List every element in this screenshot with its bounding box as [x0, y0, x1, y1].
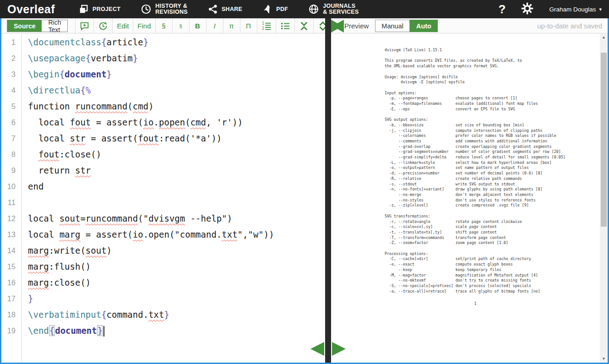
line-number: 12	[1, 211, 21, 227]
line-number: 1	[1, 34, 21, 50]
code-line[interactable]: \documentclass{article}	[28, 34, 325, 50]
code-column[interactable]: \documentclass{article}\usepackage{verba…	[22, 34, 325, 363]
comment-plus-icon	[80, 21, 89, 31]
line-number: 13	[1, 227, 21, 243]
gutter-column: 12345678910111213141516171819	[1, 34, 22, 363]
scrollbar-down-arrow[interactable]: ▼	[600, 356, 608, 362]
line-number: 9	[1, 163, 21, 179]
code-line[interactable]: local sout=runcommand("dvisvgm --help")	[28, 211, 325, 227]
nav-history-revisions[interactable]: HISTORY & REVISIONS	[141, 3, 188, 15]
code-line[interactable]: marg:flush()	[28, 259, 325, 275]
preview-scrollbar[interactable]: ▲ ▼	[600, 34, 608, 363]
unfold-less-button[interactable]	[295, 18, 314, 33]
window-border-left	[0, 18, 1, 364]
source-editor[interactable]: 12345678910111213141516171819 \documentc…	[1, 34, 325, 363]
nav-share[interactable]: SHARE	[208, 4, 242, 14]
section-button[interactable]: §	[156, 18, 173, 33]
user-menu[interactable]: Graham Douglas ▾	[549, 6, 602, 13]
auto-compile-button[interactable]: Auto	[410, 20, 438, 32]
nav-project-label: PROJECT	[92, 6, 120, 12]
line-number: 7	[1, 130, 21, 147]
history-clock-icon	[98, 21, 108, 31]
inline-math-button[interactable]: π	[223, 18, 240, 33]
pdf-preview-pane: dvisvgm (TeX Live) 1.15.1 This program c…	[331, 34, 608, 363]
code-line[interactable]: function runcommand(cmd)	[28, 98, 325, 114]
edit-menu-button[interactable]: Edit	[113, 18, 133, 33]
line-number: 2	[1, 50, 21, 66]
collapse-icon	[299, 21, 309, 31]
nav-project[interactable]: PROJECT	[79, 4, 120, 14]
code-line[interactable]: return str	[28, 163, 325, 179]
line-number: 4	[1, 82, 21, 98]
expand-preview-arrow-bottom[interactable]	[332, 342, 346, 356]
add-comment-button[interactable]	[76, 18, 94, 33]
pdf-page-number: 1	[385, 301, 566, 306]
nav-pdf[interactable]: PDF	[262, 4, 288, 14]
project-icon	[79, 4, 89, 14]
code-line[interactable]: end	[28, 179, 325, 195]
svg-text:2: 2	[261, 26, 264, 31]
editor-button-strip: Edit Find § § B I π Π 12	[75, 18, 332, 33]
bold-button[interactable]: B	[190, 18, 207, 33]
line-number: 11	[1, 195, 21, 211]
subsection-button[interactable]: §	[173, 18, 190, 33]
nav-right-cluster: ? Graham Douglas ▾	[499, 2, 602, 16]
pdf-icon	[262, 4, 272, 14]
text-cursor	[103, 326, 104, 337]
collapse-editor-arrow-bottom[interactable]	[310, 342, 324, 356]
code-line[interactable]: \verbatiminput{command.txt}	[28, 307, 325, 323]
globe-icon	[308, 4, 319, 15]
line-number: 10	[1, 179, 21, 195]
scrollbar-thumb[interactable]	[601, 53, 607, 227]
share-icon	[208, 4, 218, 14]
nav-history-label: HISTORY & REVISIONS	[155, 3, 188, 15]
overleaf-logo[interactable]: Overleaf	[7, 3, 55, 16]
code-line[interactable]: local marg = assert(io.open("command.txt…	[28, 227, 325, 243]
code-line[interactable]: \usepackage{verbatim}	[28, 50, 325, 66]
editor-toolbar: Source Rich Text Edit Find § § B I π Π	[1, 18, 325, 33]
line-number: 17	[1, 291, 21, 307]
nav-journals-label: JOURNALS & SERVICES	[323, 3, 359, 15]
code-line[interactable]: fout:close()	[28, 147, 325, 163]
code-line[interactable]: }	[28, 291, 325, 307]
code-line[interactable]: marg:write(sout)	[28, 243, 325, 259]
overleaf-app: Overleaf PROJECT HISTORY & REVISIONS SHA…	[0, 0, 609, 364]
expand-preview-arrow[interactable]	[331, 20, 343, 33]
manual-compile-button[interactable]: Manual	[375, 20, 410, 32]
line-number: 8	[1, 147, 21, 163]
line-number: 16	[1, 275, 21, 291]
save-status: up-to-date and saved	[537, 22, 608, 30]
track-changes-button[interactable]	[94, 18, 113, 33]
gear-icon[interactable]	[521, 2, 533, 16]
bullet-list-button[interactable]	[276, 18, 295, 33]
pane-divider[interactable]	[325, 18, 331, 364]
line-number: 14	[1, 243, 21, 259]
code-line[interactable]	[28, 195, 325, 211]
code-line[interactable]: \end{document}	[28, 323, 325, 339]
line-number: 6	[1, 114, 21, 130]
preview-label: Preview	[344, 22, 369, 30]
line-number: 18	[1, 307, 21, 323]
editor-mode-tabs: Source Rich Text	[7, 20, 68, 32]
caret-down-icon: ▾	[599, 6, 602, 12]
history-icon	[141, 4, 152, 15]
tab-rich-text[interactable]: Rich Text	[42, 20, 67, 32]
code-line[interactable]: \directlua{%	[28, 82, 325, 98]
compile-mode-toggle: Manual Auto	[375, 20, 438, 32]
italic-button[interactable]: I	[207, 18, 223, 33]
nav-journals-services[interactable]: JOURNALS & SERVICES	[308, 3, 359, 15]
display-math-button[interactable]: Π	[240, 18, 257, 33]
help-button[interactable]: ?	[499, 3, 506, 15]
code-line[interactable]: local fout = assert(io.popen(cmd, 'r'))	[28, 114, 325, 130]
scrollbar-up-arrow[interactable]: ▲	[600, 34, 608, 41]
find-button[interactable]: Find	[133, 18, 155, 33]
nav-pdf-label: PDF	[276, 6, 288, 12]
svg-text:1: 1	[261, 21, 264, 26]
tab-source[interactable]: Source	[7, 20, 42, 32]
line-number: 15	[1, 259, 21, 275]
code-line[interactable]: \begin{document}	[28, 66, 325, 82]
code-line[interactable]: marg:close()	[28, 275, 325, 291]
code-line[interactable]: local str = assert(fout:read('*a'))	[28, 130, 325, 147]
pdf-text: dvisvgm (TeX Live) 1.15.1 This program c…	[385, 48, 566, 294]
numbered-list-button[interactable]: 12	[257, 18, 276, 33]
